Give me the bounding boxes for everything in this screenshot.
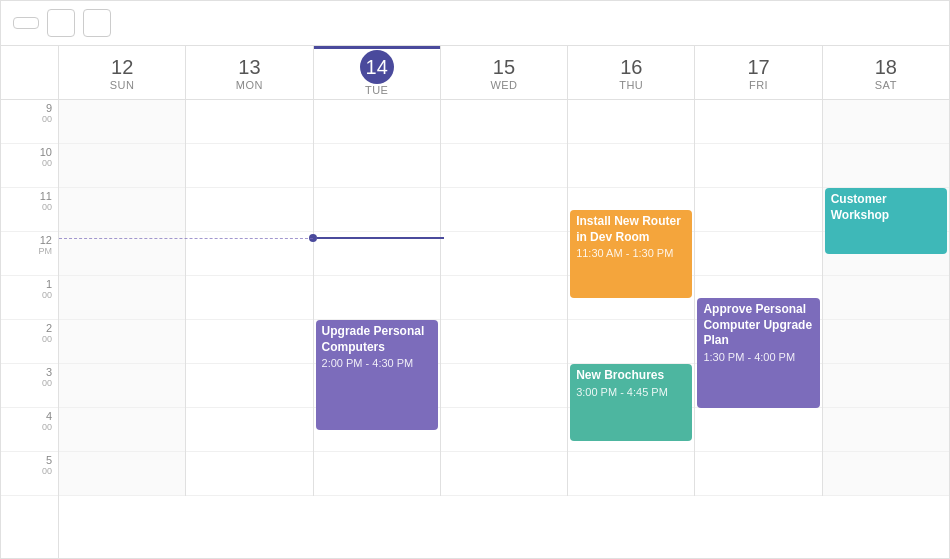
hour-row-5 [59,320,185,364]
event-time: 11:30 AM - 1:30 PM [576,247,686,259]
day-name-16: Thu [619,79,643,91]
event-time: 3:00 PM - 4:45 PM [576,386,686,398]
hour-row-1 [823,144,949,188]
event-time: 1:30 PM - 4:00 PM [703,351,813,363]
calendar-event[interactable]: Upgrade Personal Computers2:00 PM - 4:30… [316,320,438,430]
hour-row-8 [695,452,821,496]
day-column-13[interactable] [186,100,313,496]
ampm-label: 00 [42,114,52,124]
time-slot-1: 100 [1,276,58,320]
hour-row-6 [186,364,312,408]
day-number-12: 12 [111,55,133,79]
hour-row-2 [186,188,312,232]
ampm-label: 00 [42,290,52,300]
time-slot-9: 900 [1,100,58,144]
time-label: 500 [42,454,52,476]
hour-row-1 [441,144,567,188]
toolbar [1,1,949,46]
day-column-14[interactable]: Upgrade Personal Computers2:00 PM - 4:30… [314,100,441,496]
hour-row-2 [59,188,185,232]
day-name-12: Sun [110,79,135,91]
time-gutter-header [1,46,58,100]
time-label: 900 [42,102,52,124]
hour-label: 5 [46,454,52,466]
calendar-event[interactable]: Approve Personal Computer Upgrade Plan1:… [697,298,819,408]
event-title: New Brochures [576,368,686,384]
day-header-15: 15Wed [441,46,568,99]
hour-row-4 [186,276,312,320]
time-slot-5: 500 [1,452,58,496]
hour-row-7 [59,408,185,452]
time-slot-4: 400 [1,408,58,452]
ampm-label: 00 [42,422,52,432]
hour-label: 12 [40,234,52,246]
hour-row-0 [186,100,312,144]
ampm-label: 00 [42,378,52,388]
day-column-15[interactable] [441,100,568,496]
day-number-16: 16 [620,55,642,79]
day-name-18: Sat [875,79,897,91]
hour-row-0 [314,100,440,144]
hour-row-4 [441,276,567,320]
time-label: 12PM [39,234,53,256]
hour-row-4 [314,276,440,320]
hour-row-1 [695,144,821,188]
day-number-13: 13 [238,55,260,79]
hour-row-7 [823,408,949,452]
calendar-container: 9001000110012PM100200300400500 12Sun13Mo… [0,0,950,559]
prev-button[interactable] [47,9,75,37]
time-label: 400 [42,410,52,432]
date-range-button[interactable] [119,19,141,27]
calendar-event[interactable]: New Brochures3:00 PM - 4:45 PM [570,364,692,441]
event-title: Customer Workshop [831,192,941,223]
hour-row-6 [441,364,567,408]
hour-row-4 [823,276,949,320]
hour-label: 4 [46,410,52,422]
hour-row-1 [314,144,440,188]
hour-row-0 [59,100,185,144]
event-title: Install New Router in Dev Room [576,214,686,245]
today-button[interactable] [13,17,39,29]
day-header-17: 17Fri [695,46,822,99]
hour-row-6 [823,364,949,408]
hour-row-3 [186,232,312,276]
hour-row-8 [186,452,312,496]
hour-label: 9 [46,102,52,114]
calendar-event[interactable]: Install New Router in Dev Room11:30 AM -… [570,210,692,298]
hour-row-3 [695,232,821,276]
hour-row-5 [568,320,694,364]
day-name-13: Mon [236,79,263,91]
time-label: 1100 [40,190,52,212]
next-button[interactable] [83,9,111,37]
time-label: 1000 [40,146,52,168]
hour-row-5 [186,320,312,364]
hour-row-8 [59,452,185,496]
hour-row-5 [441,320,567,364]
day-header-14: 14Tue [314,46,441,99]
time-label: 100 [42,278,52,300]
day-name-17: Fri [749,79,768,91]
day-number-17: 17 [747,55,769,79]
hour-row-3 [441,232,567,276]
hour-label: 1 [46,278,52,290]
ampm-label: 00 [42,202,52,212]
calendar-event[interactable]: Customer Workshop [825,188,947,254]
hour-row-5 [823,320,949,364]
hour-row-3 [314,232,440,276]
hour-label: 10 [40,146,52,158]
scrollable-body: Upgrade Personal Computers2:00 PM - 4:30… [59,100,949,558]
time-slot-10: 1000 [1,144,58,188]
day-headers: 12Sun13Mon14Tue15Wed16Thu17Fri18Sat [59,46,949,100]
hour-row-2 [441,188,567,232]
hour-row-0 [695,100,821,144]
event-title: Upgrade Personal Computers [322,324,432,355]
hour-label: 2 [46,322,52,334]
hour-row-1 [186,144,312,188]
day-column-12[interactable] [59,100,186,496]
day-column-16[interactable]: Install New Router in Dev Room11:30 AM -… [568,100,695,496]
calendar-grid: 9001000110012PM100200300400500 12Sun13Mo… [1,46,949,558]
day-column-18[interactable]: Customer Workshop [823,100,949,496]
day-column-17[interactable]: Approve Personal Computer Upgrade Plan1:… [695,100,822,496]
hour-row-8 [441,452,567,496]
today-bar [314,46,440,49]
